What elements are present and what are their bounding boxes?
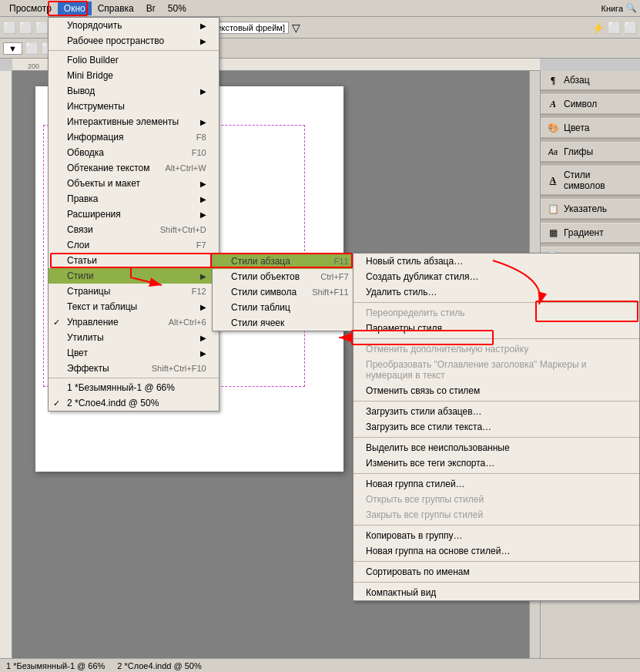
dropdown-info[interactable]: Информация F8 [49, 129, 219, 145]
submenu-stili-tablits[interactable]: Стили таблиц [213, 300, 361, 315]
shortcut-f7: F7 [196, 240, 206, 250]
submenu-stili-simvola[interactable]: Стили символа Shift+F11 [213, 284, 361, 300]
arrow-icon-9: ▶ [200, 303, 206, 311]
para-options[interactable]: Параметры стиля… [354, 321, 639, 336]
para-load-para[interactable]: Загрузить стили абзацев… [354, 404, 639, 419]
shortcut-alt-ctrl-6: Alt+Ctrl+6 [169, 318, 206, 327]
dropdown-folio[interactable]: Folio Builder [49, 52, 219, 68]
arrow-icon-2: ▶ [200, 37, 206, 45]
shortcut-alt-ctrl-w: Alt+Ctrl+W [165, 163, 206, 173]
para-load-all[interactable]: Загрузить все стили текста… [354, 419, 639, 435]
panel-item-stili-simvolov[interactable]: A Стили символов [541, 166, 640, 195]
arrow-icon-7: ▶ [200, 210, 206, 219]
para-styles-panel[interactable]: Новый стиль абзаца… Создать дубликат сти… [353, 253, 640, 601]
submenu-stili-yacheek[interactable]: Стили ячеек [213, 315, 361, 331]
panel-item-ukazatel[interactable]: 📋 Указатель [541, 200, 640, 219]
menu-zoom[interactable]: 50% [162, 2, 193, 15]
panel-item-abzac[interactable]: ¶ Абзац [541, 71, 640, 90]
toolbar2-icon-2[interactable]: ⬜ [25, 42, 39, 55]
menu-help[interactable]: Справка [92, 2, 140, 15]
shortcut-effects: Shift+Ctrl+F10 [152, 364, 206, 373]
dropdown-obvodka[interactable]: Обводка F10 [49, 145, 219, 160]
panel-item-cveta[interactable]: 🎨 Цвета [541, 119, 640, 138]
menu-bar: Просмотр Окно Справка Br 50% Книга 🔍 [0, 0, 640, 17]
dropdown-vyvod[interactable]: Вывод ▶ [49, 83, 219, 99]
para-break-link[interactable]: Отменить связь со стилем [354, 383, 639, 398]
simvol-icon: A [547, 98, 559, 110]
dropdown-articles[interactable]: Статьи [49, 253, 219, 268]
toolbar-icon-3[interactable]: ⬜ [35, 22, 49, 34]
ukazatel-icon: 📋 [547, 203, 559, 215]
submenu-stili-objects[interactable]: Стили объектов Ctrl+F7 [213, 269, 361, 284]
dropdown-utilities[interactable]: Утилиты ▶ [49, 330, 219, 345]
para-delete[interactable]: Удалить стиль… [354, 284, 639, 300]
para-sep7 [354, 561, 639, 562]
arrow-icon-11: ▶ [200, 349, 206, 358]
arrow-icon-6: ▶ [200, 195, 206, 203]
menu-br[interactable]: Br [140, 2, 162, 15]
dropdown-effects[interactable]: Эффекты Shift+Ctrl+F10 [49, 361, 219, 376]
dropdown-pages[interactable]: Страницы F12 [49, 284, 219, 299]
para-convert: Преобразовать "Оглавление заголовка" Мар… [354, 357, 639, 383]
toolbar2-icon-1[interactable]: ▼ [3, 42, 22, 55]
toolbar-icon-11[interactable]: ⬜ [608, 22, 621, 34]
window-dropdown[interactable]: Упорядочить ▶ Рабочее пространство ▶ Fol… [48, 17, 219, 412]
para-compact[interactable]: Компактный вид [354, 585, 639, 600]
dropdown-obtekaniye[interactable]: Обтекание текстом Alt+Ctrl+W [49, 160, 219, 176]
para-new-group-from[interactable]: Новая группа на основе стилей… [354, 543, 639, 559]
stili-icon: A [547, 174, 559, 186]
styles-submenu[interactable]: Стили абзаца F11 Стили объектов Ctrl+F7 … [212, 253, 362, 331]
para-duplicate[interactable]: Создать дубликат стиля… [354, 269, 639, 284]
panel-item-gradient[interactable]: ▦ Градиент [541, 223, 640, 243]
dropdown-extensions[interactable]: Расширения ▶ [49, 207, 219, 222]
para-sep5 [354, 473, 639, 474]
dropdown-edit[interactable]: Правка ▶ [49, 191, 219, 207]
shortcut-shift-f11: Shift+F11 [312, 287, 348, 297]
dropdown-doc2[interactable]: ✓ 2 *Слое4.indd @ 50% [49, 395, 219, 411]
arrow-icon-10: ▶ [200, 334, 206, 342]
para-sort[interactable]: Сортировать по именам [354, 564, 639, 580]
dropdown-styles[interactable]: Стили ▶ [49, 268, 219, 284]
toolbar-icon-1[interactable]: ⬜ [3, 22, 16, 34]
abzac-icon: ¶ [547, 74, 559, 86]
toolbar-icon-10[interactable]: ⚡ [591, 22, 605, 34]
panel-item-simvol[interactable]: A Символ [541, 95, 640, 114]
shortcut-links: Shift+Ctrl+D [160, 225, 206, 234]
dropdown-control[interactable]: ✓ Управление Alt+Ctrl+6 [49, 314, 219, 330]
toolbar-icon-12[interactable]: ⬜ [624, 22, 637, 34]
para-change-tags[interactable]: Изменить все теги экспорта… [354, 455, 639, 471]
arrow-icon-4: ▶ [200, 118, 206, 126]
dropdown-text-tables[interactable]: Текст и таблицы ▶ [49, 299, 219, 314]
submenu-stili-abzaca[interactable]: Стили абзаца F11 [213, 254, 361, 269]
status-doc1[interactable]: 1 *Безымянный-1 @ 66% [6, 661, 105, 670]
dropdown-instruments[interactable]: Инструменты [49, 99, 219, 114]
shortcut-ctrl-f7: Ctrl+F7 [320, 272, 348, 281]
shortcut-f10: F10 [192, 148, 206, 157]
arrow-icon-3: ▶ [200, 87, 206, 96]
para-new-group[interactable]: Новая группа стилей… [354, 476, 639, 492]
para-copy-to-group[interactable]: Копировать в группу… [354, 528, 639, 543]
menu-window[interactable]: Окно [58, 2, 92, 15]
dropdown-uporyadochit[interactable]: Упорядочить ▶ [49, 18, 219, 33]
para-select-unused[interactable]: Выделить все неиспользованные [354, 440, 639, 455]
book-dropdown[interactable]: Книга [601, 4, 623, 13]
sep2 [49, 378, 219, 378]
toolbar-icon-9[interactable]: ▽ [292, 22, 300, 34]
para-new-style[interactable]: Новый стиль абзаца… [354, 254, 639, 269]
menu-preview[interactable]: Просмотр [3, 2, 58, 15]
shortcut-f12: F12 [192, 287, 206, 296]
search-bar[interactable]: 🔍 [626, 3, 637, 13]
para-sep8 [354, 582, 639, 583]
dropdown-layers[interactable]: Слои F7 [49, 237, 219, 253]
dropdown-workspace[interactable]: Рабочее пространство ▶ [49, 33, 219, 49]
gradient-icon: ▦ [547, 227, 559, 239]
panel-item-gliphy[interactable]: Aa Глифы [541, 143, 640, 162]
dropdown-links[interactable]: Связи Shift+Ctrl+D [49, 222, 219, 237]
toolbar-icon-2[interactable]: ⬜ [19, 22, 32, 34]
dropdown-color[interactable]: Цвет ▶ [49, 345, 219, 361]
dropdown-interactive[interactable]: Интерактивные элементы ▶ [49, 114, 219, 129]
dropdown-minibridge[interactable]: Mini Bridge [49, 68, 219, 83]
status-doc2[interactable]: 2 *Слое4.indd @ 50% [117, 661, 201, 670]
dropdown-objects[interactable]: Объекты и макет ▶ [49, 176, 219, 191]
dropdown-doc1[interactable]: 1 *Безымянный-1 @ 66% [49, 380, 219, 395]
